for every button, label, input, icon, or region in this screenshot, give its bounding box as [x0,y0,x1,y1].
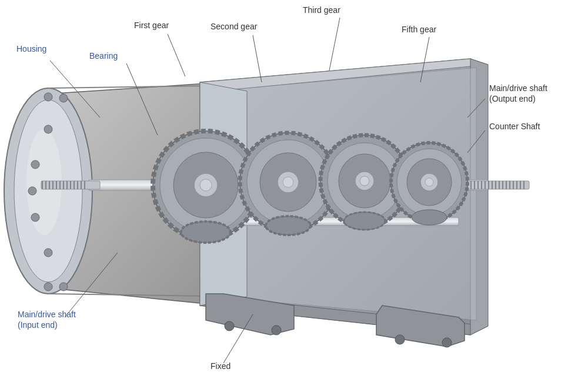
third-gear-label: Third gear [303,5,340,15]
svg-line-91 [253,35,262,82]
first-gear-label: First gear [134,21,169,30]
svg-line-90 [168,34,185,76]
svg-line-92 [329,18,340,71]
svg-point-16 [395,335,405,344]
main-shaft-output-label2: (Output end) [489,94,536,103]
main-shaft-output-label: Main/drive shaft [489,83,547,93]
counter-shaft-label: Counter Shaft [489,122,540,131]
svg-point-78 [360,176,369,186]
svg-point-6 [28,187,36,195]
svg-point-87 [412,210,447,225]
svg-point-10 [59,94,68,102]
svg-point-11 [59,283,68,291]
housing-label: Housing [16,44,46,53]
svg-point-5 [31,160,39,169]
second-gear-label: Second gear [211,22,258,31]
svg-point-7 [31,213,39,221]
svg-point-4 [44,125,52,133]
svg-point-70 [283,177,293,187]
svg-point-8 [44,249,52,257]
fixed-label: Fixed [211,361,230,371]
svg-point-86 [425,178,433,186]
svg-point-15 [272,325,281,335]
svg-point-9 [44,283,52,291]
svg-point-62 [200,179,212,191]
main-shaft-input-label2: (Input end) [18,320,58,330]
gearbox-diagram: Housing Bearing First gear Second gear T… [0,0,588,386]
main-shaft-input-label: Main/drive shaft [18,310,76,319]
svg-point-17 [442,338,452,347]
fifth-gear-label: Fifth gear [402,25,436,34]
main-diagram-svg: Housing Bearing First gear Second gear T… [0,0,588,386]
svg-point-14 [225,321,234,331]
bearing-label: Bearing [89,51,118,61]
svg-point-3 [44,93,52,101]
